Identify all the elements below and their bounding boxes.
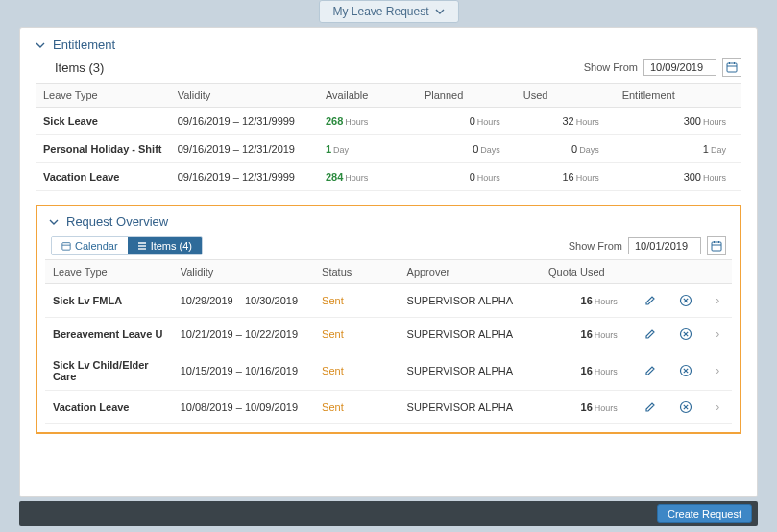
- footer-bar: Create Request: [19, 501, 758, 526]
- leave-type-cell: Vacation Leave: [45, 391, 173, 424]
- overview-datepicker-button[interactable]: [707, 236, 726, 255]
- edit-button[interactable]: [642, 292, 659, 309]
- edit-button[interactable]: [642, 326, 659, 343]
- pencil-icon: [644, 295, 656, 306]
- delete-icon: [679, 400, 692, 414]
- status-cell: Sent: [314, 318, 399, 351]
- quota-cell: 16Hours: [541, 351, 633, 391]
- main-panel: Entitlement Items (3) Show From Leave Ty…: [19, 27, 758, 497]
- col-planned: Planned: [417, 84, 516, 108]
- entitlement-cell: 300Hours: [615, 108, 741, 135]
- available-cell: 284Hours: [318, 163, 417, 191]
- calendar-view-button[interactable]: Calendar: [52, 237, 128, 254]
- calendar-icon: [61, 241, 71, 251]
- validity-cell: 10/15/2019 – 10/16/2019: [173, 351, 314, 391]
- pencil-icon: [644, 328, 656, 340]
- delete-button[interactable]: [677, 362, 694, 379]
- status-cell: Sent: [314, 391, 399, 424]
- chevron-down-icon: [36, 42, 45, 48]
- table-row: Personal Holiday - Shift09/16/2019 – 12/…: [36, 135, 741, 163]
- edit-button[interactable]: [642, 399, 659, 416]
- col-used: Used: [516, 84, 615, 108]
- validity-cell: 09/16/2019 – 12/31/9999: [170, 163, 318, 191]
- leave-type-cell: Bereavement Leave U: [45, 318, 173, 351]
- my-leave-request-dropdown[interactable]: My Leave Request: [318, 0, 458, 23]
- col-status: Status: [314, 260, 399, 284]
- my-leave-request-label: My Leave Request: [332, 5, 428, 18]
- delete-icon: [679, 294, 692, 307]
- delete-icon: [679, 327, 692, 341]
- pencil-icon: [644, 401, 656, 413]
- entitlement-showfrom-input[interactable]: [643, 59, 716, 76]
- used-cell: 32Hours: [516, 108, 615, 135]
- calendar-view-label: Calendar: [75, 240, 118, 252]
- col-validity: Validity: [170, 84, 318, 108]
- edit-button[interactable]: [642, 362, 659, 379]
- leave-type-cell: Personal Holiday - Shift: [36, 135, 170, 163]
- col-approver: Approver: [400, 260, 541, 284]
- delete-icon: [679, 364, 692, 377]
- view-toggle: Calendar Items (4): [51, 236, 203, 255]
- overview-showfrom-input[interactable]: [628, 237, 701, 254]
- entitlement-cell: 1Day: [615, 135, 741, 163]
- calendar-icon: [711, 240, 722, 252]
- used-cell: 0Days: [516, 135, 615, 163]
- svg-rect-9: [712, 242, 721, 251]
- entitlement-header[interactable]: Entitlement: [20, 28, 757, 58]
- chevron-right-icon: ›: [716, 400, 719, 414]
- validity-cell: 10/21/2019 – 10/22/2019: [173, 318, 314, 351]
- leave-type-cell: Sick Lv FMLA: [45, 284, 173, 318]
- approver-cell: SUPERVISOR ALPHA: [400, 284, 541, 318]
- entitlement-cell: 300Hours: [615, 163, 741, 191]
- delete-button[interactable]: [677, 399, 694, 416]
- table-row[interactable]: Sick Lv FMLA10/29/2019 – 10/30/2019SentS…: [45, 284, 732, 318]
- status-cell: Sent: [314, 351, 399, 391]
- available-cell: 1Day: [318, 135, 417, 163]
- request-overview-header[interactable]: Request Overview: [45, 212, 732, 236]
- quota-cell: 16Hours: [541, 391, 633, 424]
- status-cell: Sent: [314, 284, 399, 318]
- quota-cell: 16Hours: [541, 318, 633, 351]
- chevron-right-icon: ›: [716, 327, 719, 341]
- table-row: Sick Leave09/16/2019 – 12/31/9999268Hour…: [36, 108, 741, 135]
- validity-cell: 09/16/2019 – 12/31/9999: [170, 108, 318, 135]
- entitlement-items-count: Items (3): [55, 60, 104, 75]
- leave-type-cell: Vacation Leave: [36, 163, 170, 191]
- table-row: Vacation Leave09/16/2019 – 12/31/9999284…: [36, 163, 741, 191]
- approver-cell: SUPERVISOR ALPHA: [400, 318, 541, 351]
- items-view-button[interactable]: Items (4): [128, 237, 202, 254]
- items-view-label: Items (4): [151, 240, 192, 252]
- leave-type-cell: Sick Leave: [36, 108, 170, 135]
- entitlement-table: Leave Type Validity Available Planned Us…: [36, 83, 741, 191]
- create-request-button[interactable]: Create Request: [657, 504, 752, 523]
- delete-button[interactable]: [677, 292, 694, 309]
- pencil-icon: [644, 365, 656, 376]
- svg-rect-4: [62, 243, 70, 250]
- request-table: Leave Type Validity Status Approver Quot…: [45, 259, 732, 424]
- svg-rect-0: [727, 63, 737, 72]
- col-leave-type: Leave Type: [36, 84, 170, 108]
- entitlement-datepicker-button[interactable]: [722, 58, 741, 77]
- approver-cell: SUPERVISOR ALPHA: [400, 391, 541, 424]
- col-available: Available: [318, 84, 417, 108]
- table-row[interactable]: Bereavement Leave U10/21/2019 – 10/22/20…: [45, 318, 732, 351]
- validity-cell: 09/16/2019 – 12/31/2019: [170, 135, 318, 163]
- planned-cell: 0Hours: [417, 108, 516, 135]
- quota-cell: 16Hours: [541, 284, 633, 318]
- used-cell: 16Hours: [516, 163, 615, 191]
- entitlement-title: Entitlement: [53, 37, 115, 52]
- table-row[interactable]: Vacation Leave10/08/2019 – 10/09/2019Sen…: [45, 391, 732, 424]
- validity-cell: 10/08/2019 – 10/09/2019: [173, 391, 314, 424]
- chevron-down-icon: [49, 219, 59, 225]
- col-validity: Validity: [173, 260, 314, 284]
- planned-cell: 0Days: [417, 135, 516, 163]
- leave-type-cell: Sick Lv Child/Elder Care: [45, 351, 173, 391]
- col-leave-type: Leave Type: [45, 260, 173, 284]
- delete-button[interactable]: [677, 326, 694, 343]
- table-row[interactable]: Sick Lv Child/Elder Care10/15/2019 – 10/…: [45, 351, 732, 391]
- overview-showfrom-label: Show From: [569, 240, 622, 252]
- col-entitlement: Entitlement: [615, 84, 741, 108]
- col-quota-used: Quota Used: [541, 260, 633, 284]
- planned-cell: 0Hours: [417, 163, 516, 191]
- entitlement-showfrom-label: Show From: [584, 61, 638, 73]
